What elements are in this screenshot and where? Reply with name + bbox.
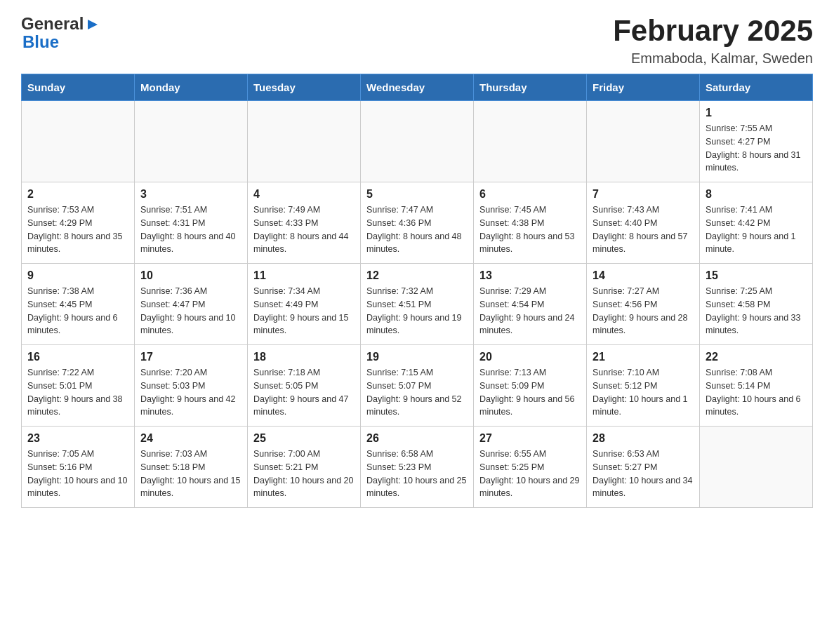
week-row-3: 9Sunrise: 7:38 AMSunset: 4:45 PMDaylight… <box>22 264 813 345</box>
day-header-friday: Friday <box>587 74 700 101</box>
day-number: 16 <box>27 351 128 363</box>
day-number: 20 <box>479 351 581 363</box>
logo-blue-text: Blue <box>22 32 59 52</box>
title-block: February 2025 Emmaboda, Kalmar, Sweden <box>613 14 813 67</box>
day-info: Sunrise: 7:36 AMSunset: 4:47 PMDaylight:… <box>140 285 241 337</box>
calendar-day: 11Sunrise: 7:34 AMSunset: 4:49 PMDayligh… <box>248 264 361 345</box>
calendar-day: 2Sunrise: 7:53 AMSunset: 4:29 PMDaylight… <box>22 182 135 264</box>
day-number: 1 <box>706 107 807 119</box>
svg-marker-0 <box>88 20 98 29</box>
calendar-day <box>135 101 248 182</box>
calendar-day: 27Sunrise: 6:55 AMSunset: 5:25 PMDayligh… <box>474 427 587 508</box>
calendar-day: 17Sunrise: 7:20 AMSunset: 5:03 PMDayligh… <box>135 345 248 427</box>
day-number: 7 <box>593 188 694 201</box>
week-row-1: 1Sunrise: 7:55 AMSunset: 4:27 PMDaylight… <box>22 101 813 182</box>
logo-general-text: General <box>21 14 84 34</box>
day-number: 26 <box>366 432 468 445</box>
calendar-day: 8Sunrise: 7:41 AMSunset: 4:42 PMDaylight… <box>700 182 813 264</box>
day-header-thursday: Thursday <box>474 74 587 101</box>
day-info: Sunrise: 7:22 AMSunset: 5:01 PMDaylight:… <box>27 366 128 419</box>
calendar-day: 5Sunrise: 7:47 AMSunset: 4:36 PMDaylight… <box>361 182 474 264</box>
calendar-day: 4Sunrise: 7:49 AMSunset: 4:33 PMDaylight… <box>248 182 361 264</box>
calendar-day <box>22 101 135 182</box>
calendar-day <box>361 101 474 182</box>
day-number: 19 <box>366 351 468 363</box>
day-info: Sunrise: 7:15 AMSunset: 5:07 PMDaylight:… <box>366 366 468 419</box>
calendar-day: 12Sunrise: 7:32 AMSunset: 4:51 PMDayligh… <box>361 264 474 345</box>
logo: General Blue <box>21 14 100 52</box>
day-info: Sunrise: 7:41 AMSunset: 4:42 PMDaylight:… <box>706 203 807 256</box>
day-number: 5 <box>366 188 468 201</box>
calendar-day: 16Sunrise: 7:22 AMSunset: 5:01 PMDayligh… <box>22 345 135 427</box>
calendar-day <box>700 427 813 508</box>
day-number: 12 <box>366 269 468 282</box>
day-number: 2 <box>27 188 128 201</box>
calendar-day: 28Sunrise: 6:53 AMSunset: 5:27 PMDayligh… <box>587 427 700 508</box>
day-info: Sunrise: 7:13 AMSunset: 5:09 PMDaylight:… <box>479 366 581 419</box>
day-number: 18 <box>253 351 355 363</box>
day-header-sunday: Sunday <box>22 74 135 101</box>
day-info: Sunrise: 7:05 AMSunset: 5:16 PMDaylight:… <box>27 448 128 500</box>
calendar-day: 24Sunrise: 7:03 AMSunset: 5:18 PMDayligh… <box>135 427 248 508</box>
day-info: Sunrise: 7:53 AMSunset: 4:29 PMDaylight:… <box>27 203 128 256</box>
day-info: Sunrise: 6:58 AMSunset: 5:23 PMDaylight:… <box>366 448 468 500</box>
day-number: 3 <box>140 188 241 201</box>
day-info: Sunrise: 7:08 AMSunset: 5:14 PMDaylight:… <box>706 366 807 419</box>
calendar-day: 6Sunrise: 7:45 AMSunset: 4:38 PMDaylight… <box>474 182 587 264</box>
calendar-header: SundayMondayTuesdayWednesdayThursdayFrid… <box>22 74 813 101</box>
page-header: General Blue February 2025 Emmaboda, Kal… <box>21 14 813 67</box>
calendar-day: 7Sunrise: 7:43 AMSunset: 4:40 PMDaylight… <box>587 182 700 264</box>
calendar-day: 10Sunrise: 7:36 AMSunset: 4:47 PMDayligh… <box>135 264 248 345</box>
day-info: Sunrise: 7:38 AMSunset: 4:45 PMDaylight:… <box>27 285 128 337</box>
calendar-day: 19Sunrise: 7:15 AMSunset: 5:07 PMDayligh… <box>361 345 474 427</box>
week-row-4: 16Sunrise: 7:22 AMSunset: 5:01 PMDayligh… <box>22 345 813 427</box>
day-info: Sunrise: 7:43 AMSunset: 4:40 PMDaylight:… <box>593 203 694 256</box>
day-number: 25 <box>253 432 355 445</box>
day-number: 10 <box>140 269 241 282</box>
day-number: 8 <box>706 188 807 201</box>
calendar-day <box>248 101 361 182</box>
day-number: 22 <box>706 351 807 363</box>
day-info: Sunrise: 7:10 AMSunset: 5:12 PMDaylight:… <box>593 366 694 419</box>
day-header-wednesday: Wednesday <box>361 74 474 101</box>
calendar-day: 22Sunrise: 7:08 AMSunset: 5:14 PMDayligh… <box>700 345 813 427</box>
logo-arrow-icon <box>85 17 100 32</box>
day-info: Sunrise: 7:03 AMSunset: 5:18 PMDaylight:… <box>140 448 241 500</box>
day-number: 6 <box>479 188 581 201</box>
day-info: Sunrise: 7:29 AMSunset: 4:54 PMDaylight:… <box>479 285 581 337</box>
day-info: Sunrise: 7:18 AMSunset: 5:05 PMDaylight:… <box>253 366 355 419</box>
day-number: 15 <box>706 269 807 282</box>
day-number: 4 <box>253 188 355 201</box>
calendar-day <box>474 101 587 182</box>
calendar-day: 20Sunrise: 7:13 AMSunset: 5:09 PMDayligh… <box>474 345 587 427</box>
day-number: 11 <box>253 269 355 282</box>
day-number: 13 <box>479 269 581 282</box>
week-row-5: 23Sunrise: 7:05 AMSunset: 5:16 PMDayligh… <box>22 427 813 508</box>
day-number: 14 <box>593 269 694 282</box>
day-info: Sunrise: 6:53 AMSunset: 5:27 PMDaylight:… <box>593 448 694 500</box>
day-info: Sunrise: 7:49 AMSunset: 4:33 PMDaylight:… <box>253 203 355 256</box>
calendar-day <box>587 101 700 182</box>
calendar-day: 1Sunrise: 7:55 AMSunset: 4:27 PMDaylight… <box>700 101 813 182</box>
calendar-day: 18Sunrise: 7:18 AMSunset: 5:05 PMDayligh… <box>248 345 361 427</box>
day-number: 23 <box>27 432 128 445</box>
calendar-day: 15Sunrise: 7:25 AMSunset: 4:58 PMDayligh… <box>700 264 813 345</box>
day-info: Sunrise: 7:45 AMSunset: 4:38 PMDaylight:… <box>479 203 581 256</box>
day-number: 28 <box>593 432 694 445</box>
day-number: 27 <box>479 432 581 445</box>
day-info: Sunrise: 7:27 AMSunset: 4:56 PMDaylight:… <box>593 285 694 337</box>
calendar-day: 25Sunrise: 7:00 AMSunset: 5:21 PMDayligh… <box>248 427 361 508</box>
calendar-day: 26Sunrise: 6:58 AMSunset: 5:23 PMDayligh… <box>361 427 474 508</box>
day-info: Sunrise: 7:00 AMSunset: 5:21 PMDaylight:… <box>253 448 355 500</box>
day-number: 17 <box>140 351 241 363</box>
day-number: 24 <box>140 432 241 445</box>
day-info: Sunrise: 7:25 AMSunset: 4:58 PMDaylight:… <box>706 285 807 337</box>
calendar-table: SundayMondayTuesdayWednesdayThursdayFrid… <box>21 74 813 508</box>
day-info: Sunrise: 7:47 AMSunset: 4:36 PMDaylight:… <box>366 203 468 256</box>
day-info: Sunrise: 7:51 AMSunset: 4:31 PMDaylight:… <box>140 203 241 256</box>
day-info: Sunrise: 7:32 AMSunset: 4:51 PMDaylight:… <box>366 285 468 337</box>
day-header-monday: Monday <box>135 74 248 101</box>
calendar-day: 21Sunrise: 7:10 AMSunset: 5:12 PMDayligh… <box>587 345 700 427</box>
calendar-day: 3Sunrise: 7:51 AMSunset: 4:31 PMDaylight… <box>135 182 248 264</box>
day-info: Sunrise: 7:55 AMSunset: 4:27 PMDaylight:… <box>706 122 807 175</box>
